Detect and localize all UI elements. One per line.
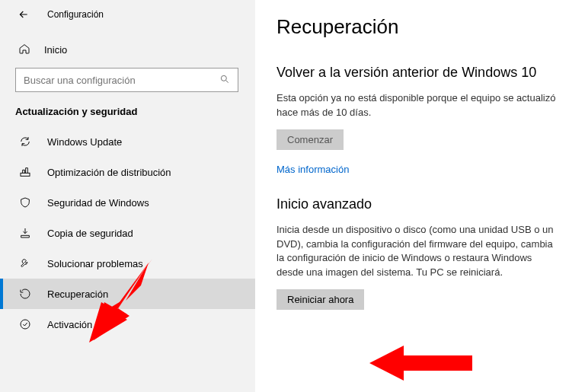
recovery-icon (18, 288, 32, 300)
content-pane: Recuperación Volver a la versión anterio… (255, 0, 585, 392)
rollback-start-button: Comenzar (277, 129, 344, 150)
rollback-title: Volver a la versión anterior de Windows … (277, 65, 556, 81)
search-input[interactable] (15, 68, 238, 92)
sync-icon (18, 135, 32, 148)
back-button[interactable] (17, 8, 30, 21)
sidebar-item-label: Solucionar problemas (47, 258, 143, 269)
optimization-icon (18, 166, 32, 178)
sidebar-item-delivery-optimization[interactable]: Optimización de distribución (0, 157, 255, 187)
sidebar-item-label: Recuperación (47, 288, 108, 300)
home-icon (18, 43, 30, 57)
sidebar-item-activation[interactable]: Activación (0, 309, 255, 339)
sidebar-item-label: Copia de seguridad (47, 228, 133, 239)
arrow-left-icon (18, 8, 30, 21)
window-title: Configuración (47, 9, 104, 20)
sidebar: Configuración Inicio Actualización y seg… (0, 0, 255, 392)
rollback-body: Esta opción ya no está disponible porque… (277, 91, 556, 120)
page-title: Recuperación (277, 15, 556, 39)
sidebar-item-windows-update[interactable]: Windows Update (0, 126, 255, 157)
sidebar-item-troubleshoot[interactable]: Solucionar problemas (0, 248, 255, 279)
search-field[interactable] (24, 75, 219, 86)
troubleshoot-icon (18, 257, 32, 269)
sidebar-item-label: Activación (47, 319, 92, 330)
sidebar-item-windows-security[interactable]: Seguridad de Windows (0, 187, 255, 218)
section-label: Actualización y seguridad (0, 101, 255, 126)
more-info-link[interactable]: Más información (277, 164, 349, 175)
search-icon (219, 74, 230, 87)
sidebar-item-home[interactable]: Inicio (0, 35, 255, 65)
advanced-startup-body: Inicia desde un dispositivo o disco (com… (277, 223, 556, 280)
topbar: Configuración (0, 0, 255, 27)
restart-now-button[interactable]: Reiniciar ahora (277, 289, 364, 310)
svg-point-0 (221, 75, 226, 81)
backup-icon (18, 227, 32, 239)
settings-window: Configuración Inicio Actualización y seg… (0, 0, 585, 392)
sidebar-item-label: Optimización de distribución (47, 167, 171, 178)
activation-icon (18, 318, 32, 330)
svg-rect-1 (21, 173, 30, 176)
sidebar-item-recovery[interactable]: Recuperación (0, 279, 255, 309)
advanced-startup-title: Inicio avanzado (277, 196, 556, 212)
shield-icon (18, 196, 32, 209)
sidebar-item-backup[interactable]: Copia de seguridad (0, 218, 255, 248)
sidebar-item-label: Windows Update (47, 136, 122, 148)
svg-point-2 (21, 320, 30, 329)
nav: Windows Update Optimización de distribuc… (0, 126, 255, 339)
sidebar-item-label: Inicio (44, 44, 67, 56)
search-wrap (0, 65, 255, 101)
sidebar-item-label: Seguridad de Windows (47, 197, 149, 209)
